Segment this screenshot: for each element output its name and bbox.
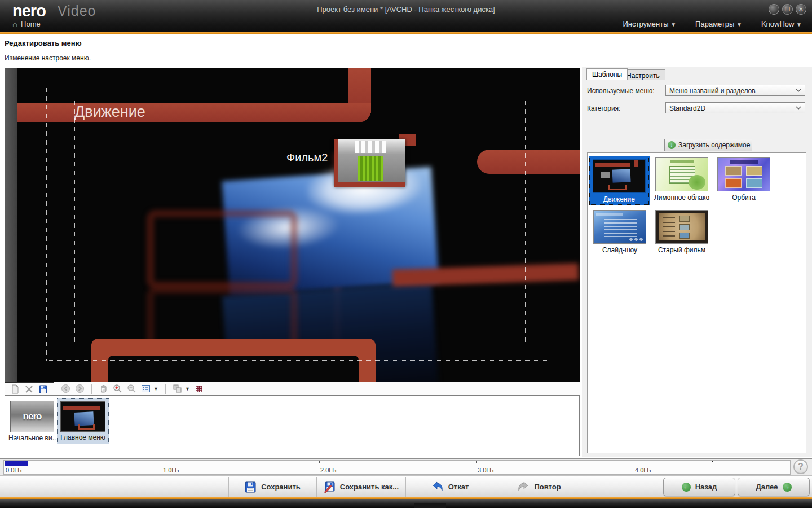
next-button[interactable]: Далее → [738, 478, 810, 496]
menus-in-use-select[interactable]: Меню названий и разделов [665, 85, 805, 96]
action-bar: Сохранить Сохранить как... Откат Повтор … [0, 475, 812, 497]
new-page-icon[interactable] [10, 384, 20, 394]
save-as-button[interactable]: Сохранить как... [316, 476, 405, 498]
save-button[interactable]: Сохранить [228, 476, 316, 498]
page-title: Редактировать меню [5, 39, 82, 47]
main-menu-thumbnail [60, 401, 105, 432]
template-row: Движение Лимонное облако Орбита [588, 153, 806, 205]
download-icon: ↓ [668, 141, 676, 149]
hand-tool-icon[interactable] [99, 384, 108, 393]
accent-divider [0, 32, 812, 34]
view-tool-group: ▼ [92, 384, 165, 393]
template-label: Движение [603, 195, 635, 203]
divider [0, 65, 812, 65]
capacity-tick-label: 3.0ГБ [478, 467, 493, 474]
capacity-tick-label: 1.0ГБ [163, 467, 179, 474]
capacity-tick-label: 2.0ГБ [320, 467, 336, 474]
app-window: nero Video Проект без имени * [AVCHD - П… [0, 0, 812, 508]
chevron-down-icon: ▼ [796, 21, 802, 28]
download-content-button[interactable]: ↓ Загрузить содержимое [664, 139, 752, 151]
capacity-tick [162, 461, 162, 463]
category-label: Категория: [587, 104, 620, 112]
page-item-main-menu[interactable]: Главное меню [57, 398, 109, 444]
home-button[interactable]: ⌂ Home [12, 19, 41, 29]
zoom-out-icon[interactable] [127, 384, 136, 393]
chevron-down-icon: ▼ [670, 21, 676, 28]
file-tool-group [5, 382, 54, 396]
capacity-tick [476, 461, 477, 463]
menu-preview-canvas[interactable]: Движение Фильм2 [5, 68, 580, 382]
zoom-in-icon[interactable] [113, 384, 122, 393]
capacity-used-fill [5, 461, 28, 466]
resize-grip [414, 503, 446, 508]
template-orbit[interactable]: Орбита [713, 156, 775, 205]
chevron-down-icon[interactable]: ▼ [185, 386, 190, 392]
help-icon[interactable]: ? [793, 459, 808, 474]
chevron-down-icon[interactable]: ▼ [153, 386, 158, 392]
undo-icon [431, 481, 444, 493]
redo-icon [517, 481, 529, 493]
preview-left-bevel [5, 68, 17, 382]
page-subtitle: Изменение настроек меню. [5, 54, 91, 62]
home-label: Home [21, 20, 41, 28]
template-lemon-cloud[interactable]: Лимонное облако [651, 156, 713, 205]
footer-strip [0, 499, 812, 508]
capacity-tick-label: 0.0ГБ [6, 467, 21, 474]
template-row: Слайд-шоу Старый фильм [588, 205, 806, 254]
template-label: Старый фильм [658, 246, 705, 254]
page-item-intro[interactable]: nero Начальное ви... [8, 398, 56, 442]
capacity-tick [319, 461, 320, 463]
arrange-icon[interactable] [173, 384, 182, 393]
template-thumbnail [655, 210, 708, 244]
menu-tools[interactable]: Инструменты ▼ [623, 20, 677, 28]
template-thumbnail [655, 157, 708, 191]
tab-templates[interactable]: Шаблоны [586, 68, 628, 80]
arrow-left-icon: ← [682, 483, 691, 492]
arrow-right-icon: → [783, 483, 792, 492]
nav-forward-icon[interactable] [75, 384, 85, 393]
action-separator [659, 477, 659, 497]
template-label: Орбита [732, 194, 756, 202]
back-button[interactable]: ← Назад [663, 478, 735, 496]
template-thumbnail [593, 159, 646, 193]
view-options-icon[interactable] [141, 384, 151, 393]
template-slideshow[interactable]: Слайд-шоу [589, 209, 651, 254]
templates-panel: Шаблоны Настроить Используемые меню: Мен… [582, 67, 812, 457]
template-label: Лимонное облако [654, 194, 709, 202]
redo-button[interactable]: Повтор [495, 476, 584, 498]
disc-capacity-bar: 0.0ГБ 1.0ГБ 2.0ГБ 3.0ГБ 4.0ГБ ? [0, 458, 812, 475]
intro-thumbnail: nero [10, 401, 54, 432]
close-icon[interactable]: ✕ [796, 4, 806, 15]
undo-button[interactable]: Откат [405, 476, 495, 498]
chevron-down-icon [795, 87, 802, 94]
home-icon: ⌂ [12, 19, 17, 29]
template-old-film[interactable]: Старый фильм [651, 209, 713, 254]
nav-back-icon[interactable] [61, 384, 70, 393]
layout-tool-group: ▼ [166, 384, 211, 393]
titlebar: nero Video Проект без имени * [AVCHD - П… [0, 0, 812, 32]
category-select[interactable]: Standard2D [665, 102, 805, 113]
capacity-limit-marker [694, 461, 694, 475]
window-controls: – ❐ ✕ [769, 4, 806, 15]
page-item-label: Начальное ви... [8, 434, 56, 442]
top-menus: Инструменты ▼ Параметры ▼ KnowHow ▼ [623, 20, 802, 28]
chevron-down-icon: ▼ [736, 21, 742, 28]
restore-icon[interactable]: ❐ [782, 4, 793, 15]
page-item-label: Главное меню [58, 433, 108, 441]
capacity-tick [634, 461, 634, 463]
delete-icon[interactable] [24, 384, 34, 394]
minimize-icon[interactable]: – [769, 4, 779, 15]
save-icon[interactable] [38, 384, 48, 394]
chevron-down-icon [795, 104, 802, 111]
document-title: Проект без имени * [AVCHD - Папка жестко… [0, 5, 812, 14]
template-gallery: Движение Лимонное облако Орбита [587, 152, 806, 453]
save-icon [244, 481, 257, 493]
template-thumbnail [593, 210, 646, 244]
menu-knowhow[interactable]: KnowHow ▼ [761, 20, 802, 28]
grid-icon[interactable] [195, 384, 204, 393]
menu-pages-strip: nero Начальное ви... Главное меню [5, 395, 580, 456]
capacity-position-marker [712, 461, 713, 462]
menu-options[interactable]: Параметры ▼ [695, 20, 742, 28]
template-label: Слайд-шоу [602, 246, 637, 254]
template-motion[interactable]: Движение [589, 156, 650, 205]
